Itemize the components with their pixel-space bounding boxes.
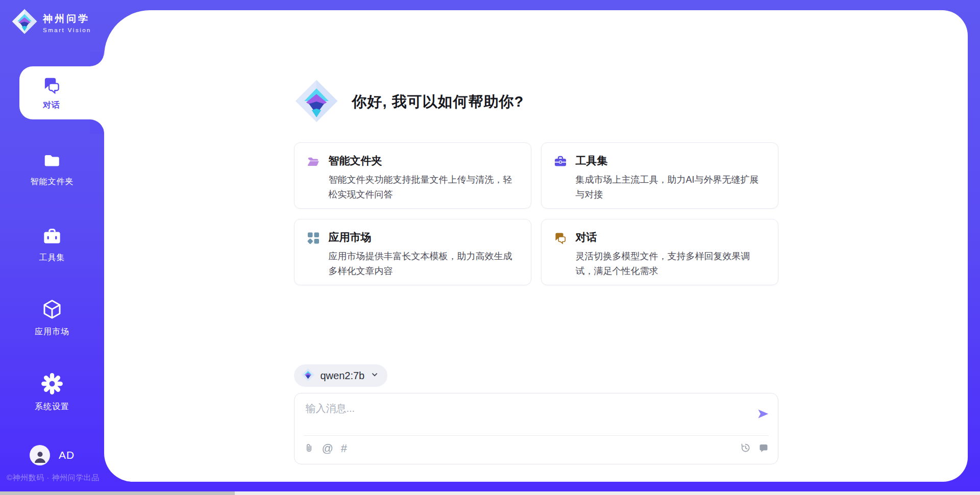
folder-open-icon xyxy=(307,155,320,208)
app-logo: 神州问学 Smart Vision xyxy=(11,8,91,37)
cube-icon xyxy=(41,298,63,323)
greeting-title: 你好, 我可以如何帮助你? xyxy=(352,92,524,112)
briefcase-icon xyxy=(554,155,567,208)
greeting: 你好, 我可以如何帮助你? xyxy=(294,79,778,126)
chat-icon xyxy=(554,231,567,285)
user-profile[interactable]: AD xyxy=(30,445,75,465)
card-toolset[interactable]: 工具集 集成市场上主流工具，助力AI与外界无缝扩展与对接 xyxy=(541,142,778,209)
user-name: AD xyxy=(59,449,75,461)
attach-button[interactable] xyxy=(304,442,314,455)
send-button[interactable] xyxy=(756,407,770,422)
card-description: 应用市场提供丰富长文本模板，助力高效生成多样化文章内容 xyxy=(329,249,521,279)
sidebar-item-label: 智能文件夹 xyxy=(31,177,74,187)
comment-icon xyxy=(758,443,769,455)
sidebar-item-smart-folder[interactable]: 智能文件夹 xyxy=(0,151,104,187)
sidebar-item-settings[interactable]: 系统设置 xyxy=(0,372,104,412)
copyright-footer: ©神州数码 · 神州问学出品 xyxy=(7,473,99,483)
message-input[interactable] xyxy=(306,402,745,431)
sidebar-item-app-market[interactable]: 应用市场 xyxy=(0,298,104,337)
card-title: 应用市场 xyxy=(329,230,521,244)
active-tab-fillet-bottom xyxy=(90,119,104,134)
message-composer: @ # xyxy=(294,393,778,464)
grid-icon xyxy=(307,231,320,285)
sidebar-item-label: 应用市场 xyxy=(35,327,69,337)
person-icon xyxy=(33,450,47,465)
feature-cards: 智能文件夹 智能文件夹功能支持批量文件上传与清洗，轻松实现文件问答 工具集 集成… xyxy=(294,142,778,285)
horizontal-scrollbar-thumb[interactable] xyxy=(0,491,235,495)
send-icon xyxy=(756,414,770,422)
avatar xyxy=(30,445,50,465)
card-smart-folder[interactable]: 智能文件夹 智能文件夹功能支持批量文件上传与清洗，轻松实现文件问答 xyxy=(294,142,531,209)
sidebar-item-label: 对话 xyxy=(43,100,60,111)
chevron-down-icon xyxy=(370,370,379,381)
sidebar-item-label: 系统设置 xyxy=(35,402,69,412)
paperclip-icon xyxy=(304,442,314,455)
card-description: 灵活切换多模型文件，支持多样回复效果调试，满足个性化需求 xyxy=(576,249,768,279)
sidebar-item-toolset[interactable]: 工具集 xyxy=(0,227,104,263)
hash-icon: # xyxy=(341,442,347,455)
card-app-market[interactable]: 应用市场 应用市场提供丰富长文本模板，助力高效生成多样化文章内容 xyxy=(294,219,531,285)
at-icon: @ xyxy=(322,442,333,455)
card-description: 集成市场上主流工具，助力AI与外界无缝扩展与对接 xyxy=(576,172,768,202)
model-name: qwen2:7b xyxy=(321,370,365,382)
history-button[interactable] xyxy=(740,442,751,455)
card-title: 工具集 xyxy=(576,154,768,168)
chat-icon xyxy=(42,76,61,96)
sidebar-item-chat[interactable]: 对话 xyxy=(19,66,104,119)
briefcase-icon xyxy=(42,227,62,249)
sidebar: 神州问学 Smart Vision 对话 智能文件夹 xyxy=(0,0,104,495)
horizontal-scrollbar xyxy=(0,491,980,495)
mention-button[interactable]: @ xyxy=(322,443,333,454)
brand-subtitle: Smart Vision xyxy=(43,27,91,33)
main-content: 你好, 我可以如何帮助你? 智能文件夹 智能文件夹功能支持批量文件上传与清洗，轻… xyxy=(104,10,968,482)
card-description: 智能文件夹功能支持批量文件上传与清洗，轻松实现文件问答 xyxy=(329,172,521,202)
model-diamond-icon xyxy=(301,368,315,384)
history-icon xyxy=(740,442,751,455)
gear-icon xyxy=(40,372,64,398)
active-tab-fillet-top xyxy=(90,52,104,66)
card-chat[interactable]: 对话 灵活切换多模型文件，支持多样回复效果调试，满足个性化需求 xyxy=(541,219,778,285)
brand-diamond-icon xyxy=(11,8,38,37)
card-title: 智能文件夹 xyxy=(329,154,521,168)
feedback-button[interactable] xyxy=(758,443,769,455)
composer-toolbar: @ # xyxy=(295,436,778,461)
topic-button[interactable]: # xyxy=(341,443,347,454)
folder-icon xyxy=(42,151,62,172)
sidebar-item-label: 工具集 xyxy=(39,253,65,263)
model-selector[interactable]: qwen2:7b xyxy=(294,364,388,387)
card-title: 对话 xyxy=(576,230,768,244)
brand-diamond-icon xyxy=(294,79,339,126)
brand-name: 神州问学 xyxy=(43,12,91,26)
